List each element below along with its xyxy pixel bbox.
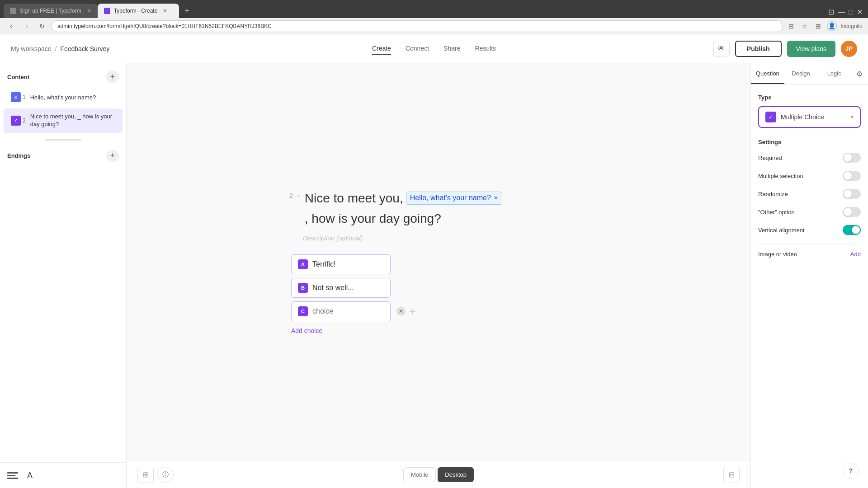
bottom-left: ⊞ ⓘ	[137, 467, 174, 483]
setting-required-row: Required	[758, 153, 861, 163]
other-option-toggle[interactable]	[843, 207, 861, 217]
sidebar-item-q2[interactable]: ✓ 2 Nice to meet you, _ how is your day …	[4, 108, 123, 133]
url-bar[interactable]: admin.typeform.com/form/HgehIQU8/create?…	[52, 20, 783, 32]
q1-text: Hello, what's your name?	[30, 94, 96, 101]
setting-randomize-row: Randomize	[758, 189, 861, 199]
add-ending-button[interactable]: +	[106, 150, 119, 162]
choice-c-drag-icon[interactable]: ⊹	[408, 307, 417, 316]
other-option-label: "Other" option	[758, 209, 795, 216]
form-name: Feedback Survey	[60, 45, 109, 52]
help-button[interactable]: ?	[843, 463, 859, 479]
type-selector[interactable]: ✓ Multiple Choice ▾	[758, 106, 861, 128]
nav-tabs: Create Connect Share Results	[372, 43, 496, 55]
nav-right: 👁 Publish View plans JP	[713, 41, 857, 57]
extensions-icon[interactable]: ⊞	[813, 21, 823, 31]
tab1-favicon	[10, 8, 16, 14]
new-tab-button[interactable]: +	[181, 5, 193, 17]
choice-c-letter: C	[298, 306, 308, 316]
preview-eye-button[interactable]: 👁	[713, 41, 730, 57]
avatar[interactable]: JP	[841, 41, 857, 57]
right-panel-toggle-icon[interactable]: ⊟	[723, 467, 740, 483]
content-header: Content +	[0, 63, 126, 87]
chrome-menu[interactable]: ⊡ — □ ✕	[823, 8, 868, 16]
type-section-title: Type	[758, 94, 861, 101]
panel-tab-question[interactable]: Question	[751, 64, 784, 84]
breadcrumb-separator: /	[55, 45, 57, 52]
choice-c-remove-icon[interactable]: ✕	[396, 307, 406, 316]
tab1-close[interactable]: ✕	[87, 8, 91, 14]
choice-b-letter: B	[298, 283, 308, 293]
breadcrumb: My workspace / Feedback Survey	[11, 45, 109, 52]
canvas-bottom: ⊞ ⓘ Mobile Desktop ⊟	[127, 461, 750, 488]
refresh-button[interactable]: ↻	[36, 20, 48, 32]
nav-tab-create[interactable]: Create	[372, 43, 391, 55]
incognito-label: Incognito	[840, 23, 863, 29]
back-button[interactable]: ‹	[5, 20, 17, 32]
browser-tabs: Sign up FREE | Typeform ✕ Typeform - Cre…	[4, 0, 868, 18]
vertical-alignment-label: Vertical alignment	[758, 227, 805, 234]
bars-icon	[7, 468, 22, 483]
info-icon[interactable]: ⓘ	[157, 467, 174, 483]
panel-tab-logic[interactable]: Logic	[817, 64, 851, 84]
top-nav: My workspace / Feedback Survey Create Co…	[0, 34, 868, 63]
nav-tab-share[interactable]: Share	[443, 43, 460, 55]
forward-button[interactable]: ›	[21, 20, 33, 32]
app: My workspace / Feedback Survey Create Co…	[0, 34, 868, 488]
multiple-selection-toggle[interactable]	[843, 171, 861, 181]
choice-c-input[interactable]	[312, 307, 384, 315]
panel-tabs: Question Design Logic ⚙	[751, 63, 868, 85]
question-text-block: Nice to meet you, Hello, what's your nam…	[305, 189, 588, 227]
panel-settings-gear-icon[interactable]: ⚙	[851, 63, 868, 84]
multiple-selection-label: Multiple selection	[758, 173, 803, 179]
setting-other-row: "Other" option	[758, 207, 861, 217]
url-text: admin.typeform.com/form/HgehIQU8/create?…	[57, 23, 272, 29]
choice-b[interactable]: B Not so well...	[291, 278, 391, 298]
profile-icon[interactable]: 👤	[827, 21, 837, 31]
browser-chrome: Sign up FREE | Typeform ✕ Typeform - Cre…	[0, 0, 868, 18]
font-label: A	[27, 471, 33, 480]
tab2-close[interactable]: ✕	[163, 8, 167, 14]
cast-icon[interactable]: ⊟	[786, 21, 796, 31]
type-chevron-icon: ▾	[851, 114, 854, 120]
randomize-toggle[interactable]	[843, 189, 861, 199]
workspace-link[interactable]: My workspace	[11, 45, 51, 52]
view-toggle: Mobile Desktop	[403, 467, 474, 482]
add-question-button[interactable]: +	[106, 70, 119, 83]
question-text: Nice to meet you, Hello, what's your nam…	[305, 189, 588, 227]
tab-signup[interactable]: Sign up FREE | Typeform ✕	[4, 4, 98, 18]
q-number: 2	[289, 192, 293, 199]
required-label: Required	[758, 155, 782, 161]
question-text-after: , how is your day going?	[305, 210, 441, 227]
add-choice-button[interactable]: Add choice	[291, 327, 322, 334]
main-area: Content + ≡ 1 Hello, what's your name? ✓…	[0, 63, 868, 488]
content-title: Content	[7, 74, 29, 80]
left-panel-toggle-icon[interactable]: ⊞	[137, 467, 154, 483]
view-plans-button[interactable]: View plans	[787, 41, 835, 57]
tab2-label: Typeform - Create	[114, 8, 158, 14]
desktop-view-button[interactable]: Desktop	[438, 467, 474, 482]
choice-b-text: Not so well...	[312, 284, 354, 292]
nav-tab-connect[interactable]: Connect	[406, 43, 429, 55]
sidebar-item-q1[interactable]: ≡ 1 Hello, what's your name?	[4, 88, 123, 107]
description-placeholder[interactable]: Description (optional)	[289, 235, 588, 242]
randomize-label: Randomize	[758, 191, 788, 197]
panel-section-divider	[758, 243, 861, 244]
required-toggle[interactable]	[843, 153, 861, 163]
publish-button[interactable]: Publish	[735, 41, 782, 57]
panel-tab-design[interactable]: Design	[784, 64, 818, 84]
choice-a-text: Terrific!	[312, 260, 336, 268]
address-bar: ‹ › ↻ admin.typeform.com/form/HgehIQU8/c…	[0, 18, 868, 34]
tab1-label: Sign up FREE | Typeform	[20, 8, 81, 14]
tab-create[interactable]: Typeform - Create ✕	[98, 4, 179, 18]
bookmark-icon[interactable]: ☆	[800, 21, 810, 31]
mention-close-icon[interactable]: ✕	[494, 194, 498, 202]
nav-tab-results[interactable]: Results	[475, 43, 496, 55]
mobile-view-button[interactable]: Mobile	[403, 467, 436, 482]
add-media-button[interactable]: Add	[850, 251, 861, 258]
choice-a[interactable]: A Terrific!	[291, 254, 391, 274]
canvas-main: 2 → Nice to meet you, Hello, what's your…	[127, 63, 750, 461]
q2-number-badge: ✓ 2	[11, 116, 26, 126]
vertical-alignment-toggle[interactable]	[843, 225, 861, 235]
choice-c[interactable]: C ✕ ⊹	[291, 301, 391, 321]
question-card: 2 → Nice to meet you, Hello, what's your…	[289, 189, 588, 335]
